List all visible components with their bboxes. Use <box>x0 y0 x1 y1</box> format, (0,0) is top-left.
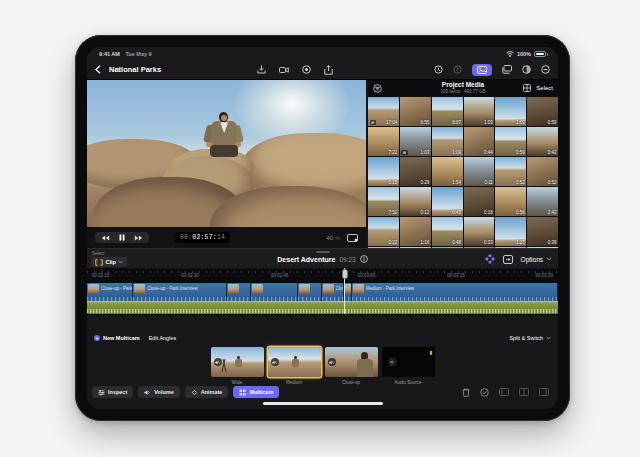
media-thumb[interactable]: 0:59 <box>495 127 526 156</box>
skimming-icon[interactable] <box>503 255 513 264</box>
timeline-clip[interactable]: Close-up - Park Interview <box>87 283 133 301</box>
angle-closeup[interactable]: Close-up <box>325 347 378 385</box>
media-thumb[interactable]: 0:11 <box>464 157 495 186</box>
media-thumb[interactable]: 0:39 <box>527 217 558 246</box>
media-thumb[interactable]: 0:29 <box>400 157 431 186</box>
volume-button[interactable]: Volume <box>138 386 179 398</box>
media-thumb[interactable]: 0:22 <box>368 217 399 246</box>
home-indicator[interactable] <box>263 402 383 405</box>
media-thumb[interactable]: 1:03 <box>464 97 495 126</box>
viewer-zoom-level[interactable]: 40 % <box>326 235 340 241</box>
media-thumb[interactable]: 0:33 <box>464 217 495 246</box>
browser-stack-icon[interactable] <box>502 65 512 74</box>
timeline-clip[interactable]: Close-up - Park Interview <box>133 283 227 301</box>
media-thumb[interactable]: 0:45 <box>432 187 463 216</box>
inspect-button[interactable]: Inspect <box>92 386 133 398</box>
media-duration: 0:12 <box>420 210 429 215</box>
media-thumb[interactable]: 6:55 <box>400 97 431 126</box>
new-multicam-button[interactable]: + New Multicam <box>94 335 140 341</box>
media-thumb[interactable]: 2:42 <box>527 187 558 216</box>
back-icon[interactable] <box>95 65 101 74</box>
media-thumb[interactable]: 0:59 <box>527 97 558 126</box>
undo-history-icon[interactable] <box>434 65 443 74</box>
media-thumb[interactable]: 7:22 <box>368 127 399 156</box>
trim-split-icon[interactable] <box>519 388 529 396</box>
multicam-icon <box>239 389 246 396</box>
timeline-clip[interactable]: Close-up <box>322 283 344 301</box>
timeline-ruler[interactable]: 00:02:1500:02:3000:02:4500:03:0000:03:15… <box>87 268 558 283</box>
media-thumb[interactable]: ⊞17:04 <box>368 97 399 126</box>
status-time-date: 9:41 AM Tue May 9 <box>99 51 156 57</box>
trash-icon[interactable] <box>462 388 470 397</box>
timeline-clip[interactable] <box>298 283 322 301</box>
media-thumb[interactable]: 0:18 <box>464 187 495 216</box>
viewer-display-icon[interactable] <box>347 234 358 242</box>
media-thumb[interactable]: 0:12 <box>400 187 431 216</box>
angle-medium[interactable]: Medium <box>268 347 321 385</box>
timeline-clip[interactable]: Medium - Park Interview <box>352 283 558 301</box>
timeline-clip[interactable] <box>251 283 297 301</box>
edit-angles-button[interactable]: Edit Angles <box>149 335 177 341</box>
check-circle-icon[interactable] <box>480 388 489 397</box>
connect-clips-icon[interactable] <box>485 254 495 264</box>
media-duration: 0:52 <box>548 180 557 185</box>
animate-button[interactable]: Animate <box>185 386 229 398</box>
trim-end-icon[interactable] <box>539 388 549 396</box>
media-thumb[interactable]: 0:42 <box>527 127 558 156</box>
media-thumb[interactable]: 1:09 <box>432 127 463 156</box>
subject-silhouette <box>357 352 373 377</box>
video-viewer[interactable] <box>87 80 366 227</box>
hide-panel-icon[interactable] <box>541 65 550 74</box>
filter-icon[interactable] <box>373 84 382 93</box>
media-duration: 0:22 <box>389 240 398 245</box>
media-duration: 0:45 <box>452 210 461 215</box>
angle-audio[interactable]: ▮Audio Source <box>382 347 435 385</box>
share-icon[interactable] <box>324 65 333 75</box>
pause-icon[interactable] <box>119 234 125 241</box>
media-thumb[interactable]: 8:07 <box>432 97 463 126</box>
media-thumb[interactable]: 1:16 <box>400 217 431 246</box>
media-thumb[interactable]: 1:03 <box>495 97 526 126</box>
media-thumb[interactable]: 0:48 <box>432 217 463 246</box>
media-thumb[interactable]: 1:54 <box>432 157 463 186</box>
panel-drag-handle[interactable] <box>316 251 330 253</box>
media-duration: 1:27 <box>516 240 525 245</box>
fast-forward-icon[interactable] <box>134 235 143 241</box>
media-browser-icon[interactable] <box>472 64 492 76</box>
timecode-display[interactable]: 00:02:57:14 <box>175 232 230 243</box>
angle-wide[interactable]: Wide <box>211 347 264 385</box>
trim-start-icon[interactable] <box>499 388 509 396</box>
timeline-duration: 09:23 <box>339 256 355 263</box>
angle-thumbnail <box>325 347 378 377</box>
rewind-icon[interactable] <box>101 235 110 241</box>
timeline-clip[interactable] <box>227 283 251 301</box>
import-icon[interactable] <box>257 65 266 75</box>
media-thumb[interactable]: 0:15 <box>368 157 399 186</box>
options-button[interactable]: Options <box>521 256 543 263</box>
media-duration: 1:09 <box>452 150 461 155</box>
playhead[interactable] <box>344 268 345 314</box>
top-toolbar: National Parks <box>87 60 558 80</box>
split-switch-dropdown[interactable]: Split & Switch <box>509 335 551 341</box>
angle-thumbnail <box>211 347 264 377</box>
media-thumb[interactable]: 7:52 <box>368 187 399 216</box>
playhead-handle[interactable] <box>342 269 348 279</box>
tool-buttons: InspectVolumeAnimateMulticam <box>92 386 279 398</box>
speaker-icon <box>388 358 397 367</box>
media-thumb[interactable]: 1:27 <box>495 217 526 246</box>
multicam-button[interactable]: Multicam <box>233 386 279 398</box>
media-thumb[interactable]: 0:52 <box>527 157 558 186</box>
media-panel-header: Project Media 103 items · 493.77 GB Sele… <box>368 80 558 96</box>
info-icon[interactable] <box>360 255 368 263</box>
media-thumb[interactable]: ⊞1:03 <box>400 127 431 156</box>
media-thumb[interactable]: 0:52 <box>495 157 526 186</box>
audio-track[interactable] <box>87 301 558 314</box>
camera-icon[interactable] <box>279 65 289 75</box>
media-thumb[interactable]: 0:56 <box>495 187 526 216</box>
jog-wheel-icon[interactable] <box>522 65 531 74</box>
redo-history-icon[interactable] <box>453 65 462 74</box>
media-thumb[interactable]: 0:44 <box>464 127 495 156</box>
capture-icon[interactable] <box>302 65 311 75</box>
select-button[interactable]: Select <box>536 85 553 91</box>
grid-view-icon[interactable] <box>523 84 531 92</box>
